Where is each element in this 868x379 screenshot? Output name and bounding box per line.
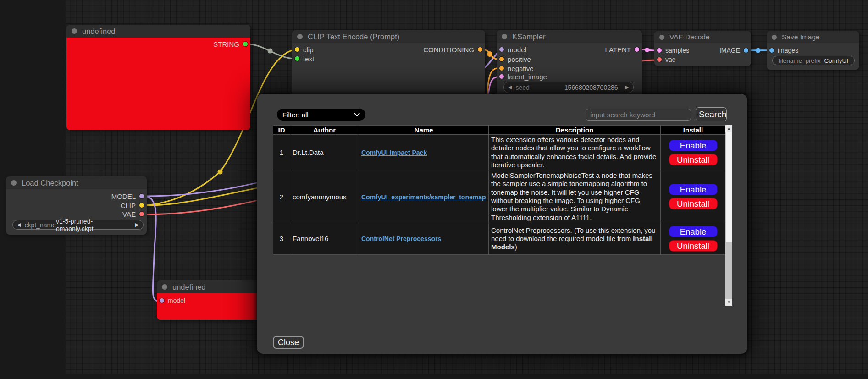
seed-widget[interactable]: ◀ seed 156680208700286 ▶ (503, 82, 634, 93)
search-button[interactable]: Search (696, 107, 727, 121)
input-slot-clip: clip (295, 45, 314, 54)
widget-value: 156680208700286 (564, 84, 618, 91)
node-title: Load Checkpoint (22, 179, 78, 187)
collapse-dot-icon[interactable] (72, 28, 77, 34)
close-button[interactable]: Close (273, 336, 304, 349)
description-text: ) (515, 243, 517, 251)
node-title-bar[interactable]: CLIP Text Encode (Prompt) (292, 30, 485, 43)
wire-clip-dot[interactable] (218, 170, 223, 175)
slot-label: vae (665, 56, 676, 63)
collapse-dot-icon[interactable] (659, 35, 664, 40)
filename-prefix-widget[interactable]: filename_prefix ComfyUI (772, 56, 855, 65)
extension-link[interactable]: ComfyUI Impact Pack (361, 149, 427, 156)
header-author: Author (290, 126, 359, 135)
string-output-dot[interactable] (243, 42, 248, 46)
output-slot-vae: VAE (122, 210, 144, 218)
cell-install: Enable Uninstall (661, 223, 726, 254)
ckpt-name-widget[interactable]: ◀ ckpt_name v1-5-pruned-emaonly.ckpt ▶ (12, 220, 144, 230)
vae-input-dot[interactable] (657, 57, 662, 62)
clip-output-dot[interactable] (139, 203, 144, 208)
node-vae-decode[interactable]: VAE Decode samples vae IMAGE (654, 31, 751, 66)
slot-label: samples (665, 47, 689, 54)
clip-input-dot[interactable] (295, 47, 299, 52)
scrollbar-thumb[interactable] (726, 132, 732, 242)
vae-output-dot[interactable] (139, 212, 144, 216)
increment-arrow-icon[interactable]: ▶ (135, 222, 139, 227)
cell-description: ModelSamplerTonemapNoiseTest a node that… (489, 170, 661, 223)
scroll-down-icon[interactable]: ▼ (725, 299, 732, 306)
node-title-bar[interactable]: Load Checkpoint (6, 176, 147, 189)
model-output-dot[interactable] (139, 194, 144, 198)
slot-label: images (778, 47, 798, 54)
uninstall-button[interactable]: Uninstall (669, 198, 718, 209)
output-slot-image: IMAGE (719, 46, 748, 55)
positive-input-dot[interactable] (499, 57, 504, 61)
cell-id: 1 (273, 135, 290, 170)
node-title: CLIP Text Encode (Prompt) (308, 33, 399, 41)
image-output-dot[interactable] (744, 48, 748, 53)
node-title-bar[interactable]: undefined (66, 25, 250, 38)
images-input-dot[interactable] (769, 48, 774, 53)
node-undefined-top[interactable]: undefined STRING (66, 25, 250, 130)
increment-arrow-icon[interactable]: ▶ (625, 85, 629, 90)
slot-label: MODEL (111, 192, 136, 200)
negative-input-dot[interactable] (499, 66, 504, 71)
conditioning-output-dot[interactable] (478, 47, 482, 52)
enable-button[interactable]: Enable (669, 184, 718, 195)
table-scrollbar[interactable]: ▲ ▼ (725, 125, 732, 306)
node-ksampler[interactable]: KSampler model positive negative latent_… (497, 30, 642, 99)
cell-install: Enable Uninstall (661, 135, 726, 170)
slot-label: LATENT (605, 46, 631, 54)
widget-label: filename_prefix (779, 57, 821, 64)
wire-conditioning-dot[interactable] (487, 51, 492, 57)
input-slot-negative: negative (499, 64, 534, 72)
cell-id: 2 (273, 170, 290, 223)
slot-label: positive (508, 55, 531, 63)
node-title-bar[interactable]: KSampler (497, 30, 642, 43)
decrement-arrow-icon[interactable]: ◀ (508, 85, 512, 90)
node-title: KSampler (512, 33, 545, 41)
uninstall-button[interactable]: Uninstall (669, 240, 718, 252)
collapse-dot-icon[interactable] (502, 34, 507, 39)
slot-label: CONDITIONING (423, 46, 474, 54)
slot-label: negative (508, 65, 534, 72)
table-row: 3 Fannovel16 ControlNet Preprocessors Co… (273, 223, 726, 254)
extension-link[interactable]: ControlNet Preprocessors (361, 235, 441, 242)
collapse-dot-icon[interactable] (11, 180, 17, 186)
slot-label: model (168, 297, 185, 304)
filter-dropdown[interactable]: Filter: all (277, 109, 365, 121)
samples-input-dot[interactable] (657, 48, 662, 53)
search-input[interactable] (586, 109, 691, 121)
collapse-dot-icon[interactable] (162, 284, 167, 290)
extensions-table: ID Author Name Description Install 1 Dr.… (273, 125, 726, 255)
extension-link[interactable]: ComfyUI_experiments/sampler_tonemap (361, 193, 486, 201)
wire-image-dot[interactable] (756, 48, 761, 53)
text-input-dot[interactable] (295, 56, 299, 61)
enable-button[interactable]: Enable (669, 140, 718, 151)
input-slot-model: model (160, 297, 185, 305)
node-title-bar[interactable]: Save Image (767, 31, 859, 43)
scroll-up-icon[interactable]: ▲ (725, 125, 732, 132)
cell-name: ComfyUI Impact Pack (359, 135, 489, 170)
input-slot-positive: positive (499, 55, 531, 63)
model-input-dot[interactable] (499, 47, 504, 52)
slot-label: STRING (213, 40, 239, 48)
wire-string-dot[interactable] (268, 49, 273, 54)
decrement-arrow-icon[interactable]: ◀ (17, 222, 21, 227)
latent-image-input-dot[interactable] (499, 74, 504, 79)
latent-output-dot[interactable] (635, 47, 639, 52)
collapse-dot-icon[interactable] (297, 34, 303, 39)
model-input-dot[interactable] (160, 298, 164, 303)
node-title: VAE Decode (669, 33, 710, 41)
enable-button[interactable]: Enable (669, 226, 718, 237)
graph-canvas[interactable]: undefined STRING CLIP Text Encode (Promp… (0, 0, 868, 379)
uninstall-button[interactable]: Uninstall (669, 154, 718, 165)
widget-value: v1-5-pruned-emaonly.ckpt (56, 218, 128, 232)
node-save-image[interactable]: Save Image images filename_prefix ComfyU… (767, 31, 859, 70)
node-title: undefined (172, 283, 206, 291)
collapse-dot-icon[interactable] (772, 35, 777, 40)
wire-latent-dot[interactable] (645, 48, 649, 52)
cell-name: ComfyUI_experiments/sampler_tonemap (359, 170, 489, 223)
node-title-bar[interactable]: VAE Decode (654, 31, 751, 43)
node-load-checkpoint[interactable]: Load Checkpoint MODEL CLIP VAE ◀ ckpt_na… (6, 176, 147, 235)
